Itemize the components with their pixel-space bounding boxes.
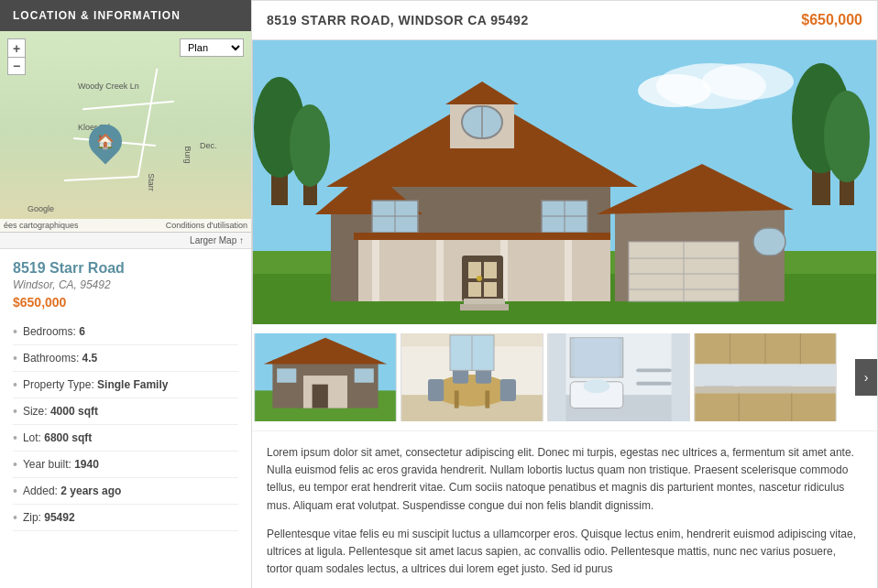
thumbnail-1[interactable] (252, 332, 399, 423)
house-image (252, 40, 877, 324)
svg-rect-87 (695, 393, 836, 421)
svg-point-62 (433, 375, 511, 407)
property-city: Windsor, CA, 95492 (13, 278, 238, 291)
map-conditions: Conditions d'utilisation (166, 221, 247, 230)
detail-added: Added: 2 years ago (13, 478, 238, 505)
sidebar-price: $650,000 (13, 295, 238, 310)
svg-point-76 (584, 379, 610, 393)
larger-map-link[interactable]: Larger Map ↑ (0, 233, 251, 249)
svg-rect-73 (548, 333, 565, 421)
main-price: $650,000 (801, 12, 862, 28)
svg-rect-38 (484, 262, 497, 278)
detail-zip-value: 95492 (41, 511, 75, 524)
svg-rect-79 (636, 382, 671, 386)
detail-type-value: Single Family (94, 378, 169, 391)
property-address: 8519 Starr Road (13, 260, 238, 277)
map-area: Woody Creek Ln Kloer Rd Burg Dec. Starr … (0, 31, 251, 233)
svg-point-11 (824, 91, 870, 182)
map-marker (89, 125, 122, 158)
svg-rect-57 (277, 368, 296, 382)
thumbnail-strip: › (252, 324, 877, 431)
main-content: 8519 STARR ROAD, WINDSOR CA 95492 $650,0… (252, 0, 878, 588)
detail-zip: Zip: 95492 (13, 505, 238, 531)
main-image-area (252, 40, 877, 324)
detail-bathrooms-value: 4.5 (79, 352, 97, 365)
thumbnail-next-button[interactable]: › (855, 359, 877, 396)
detail-year-built: Year built: 1940 (13, 452, 238, 478)
main-header: 8519 STARR ROAD, WINDSOR CA 95492 $650,0… (252, 1, 877, 40)
larger-map-label: Larger Map ↑ (190, 235, 244, 245)
svg-rect-74 (672, 333, 689, 421)
map-controls: + − (7, 38, 26, 75)
detail-size: Size: 4000 sqft (13, 398, 238, 425)
svg-rect-64 (485, 390, 489, 408)
svg-rect-30 (753, 228, 785, 256)
thumbnail-3[interactable] (545, 332, 692, 423)
property-details-list: Bedrooms: 6 Bathrooms: 4.5 Property Type… (13, 319, 238, 531)
svg-rect-65 (428, 379, 444, 401)
property-info: 8519 Starr Road Windsor, CA, 95492 $650,… (0, 249, 251, 542)
thumbnail-4[interactable] (692, 332, 839, 423)
map-zoom-out-button[interactable]: − (7, 57, 26, 75)
detail-size-value: 4000 sqft (48, 405, 98, 418)
description-area: Lorem ipsum dolor sit amet, consectetur … (252, 431, 877, 588)
map-footer-cartography: ées cartographiques (4, 221, 79, 230)
svg-rect-63 (455, 390, 459, 408)
map-label-dec: Dec. (200, 141, 217, 150)
sidebar-header: LOCATION & INFORMATION (0, 0, 251, 31)
map-footer: ées cartographiques Conditions d'utilisa… (0, 219, 251, 232)
description-paragraph-2: Pellentesque vitae felis eu mi suscipit … (267, 526, 862, 579)
svg-rect-48 (354, 233, 610, 240)
map-zoom-in-button[interactable]: + (7, 38, 26, 57)
main-title: 8519 STARR ROAD, WINDSOR CA 95492 (267, 13, 529, 27)
svg-rect-32 (372, 237, 379, 301)
svg-point-41 (477, 276, 482, 281)
svg-point-2 (702, 63, 794, 100)
map-label-burg: Burg (183, 146, 192, 163)
svg-rect-49 (464, 299, 505, 305)
svg-rect-50 (460, 304, 509, 310)
svg-rect-78 (636, 368, 671, 372)
map-label-woody-creek: Woody Creek Ln (78, 82, 139, 91)
map-placeholder: Woody Creek Ln Kloer Rd Burg Dec. Starr … (0, 31, 251, 232)
map-label-google: Google (27, 204, 54, 213)
sidebar: LOCATION & INFORMATION Woody Creek Ln Kl… (0, 0, 252, 588)
detail-bedrooms: Bedrooms: 6 (13, 319, 238, 345)
svg-rect-36 (462, 256, 503, 301)
map-label-starr: Starr (147, 173, 156, 191)
svg-point-7 (290, 104, 330, 187)
svg-rect-56 (313, 385, 328, 408)
detail-bathrooms: Bathrooms: 4.5 (13, 345, 238, 372)
svg-rect-80 (575, 338, 619, 377)
svg-rect-66 (500, 379, 516, 401)
map-type-dropdown[interactable]: Plan Satellite Hybrid (180, 38, 244, 57)
svg-point-3 (638, 74, 711, 107)
detail-property-type: Property Type: Single Family (13, 372, 238, 398)
detail-year-value: 1940 (71, 458, 99, 471)
svg-rect-92 (695, 365, 836, 387)
svg-rect-40 (484, 282, 497, 297)
detail-lot: Lot: 6800 sqft (13, 425, 238, 452)
svg-rect-86 (695, 387, 836, 394)
svg-rect-58 (355, 368, 374, 382)
detail-lot-value: 6800 sqft (41, 431, 92, 444)
detail-bedrooms-value: 6 (76, 325, 85, 338)
map-type-select[interactable]: Plan Satellite Hybrid (180, 38, 244, 57)
map-marker-icon (82, 118, 129, 165)
description-paragraph-1: Lorem ipsum dolor sit amet, consectetur … (267, 444, 862, 515)
thumbnail-2[interactable] (399, 332, 545, 423)
svg-rect-33 (436, 237, 444, 301)
detail-added-value: 2 years ago (58, 485, 121, 497)
svg-rect-35 (565, 237, 572, 301)
svg-rect-39 (468, 282, 481, 297)
